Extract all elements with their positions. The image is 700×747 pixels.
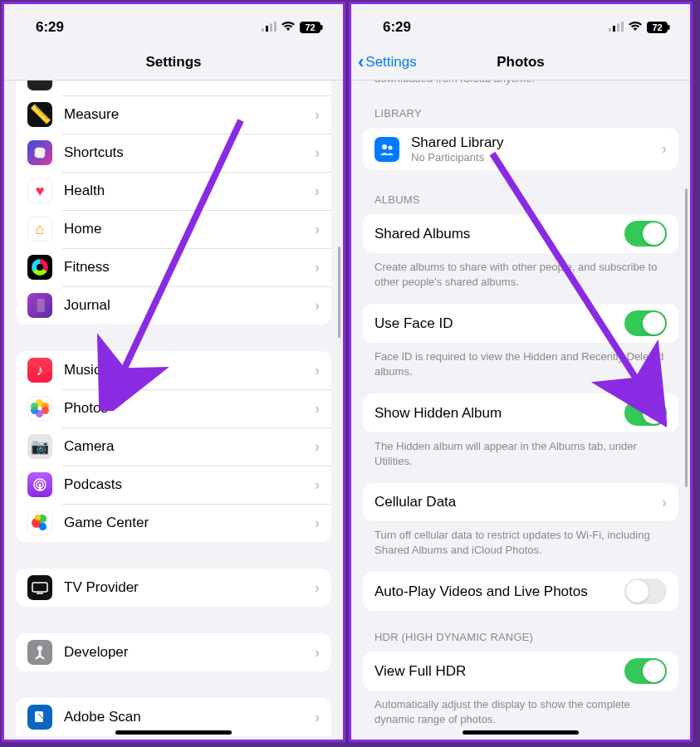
scroll-indicator[interactable]: [338, 247, 340, 338]
row-label: Shared Library: [411, 134, 657, 151]
row-label: Adobe Scan: [64, 709, 310, 725]
svg-rect-18: [35, 711, 43, 722]
row-label: Show Hidden Album: [374, 405, 624, 422]
chevron-right-icon: ›: [315, 144, 320, 162]
settings-row-home[interactable]: ⌂ Home ›: [16, 210, 331, 248]
shortcuts-icon: [27, 140, 52, 165]
chevron-right-icon: ›: [315, 183, 320, 200]
row-shared-albums[interactable]: Shared Albums: [363, 214, 678, 253]
svg-point-26: [382, 144, 387, 149]
group-library: Shared Library No Participants ›: [363, 128, 678, 170]
row-label: Health: [64, 183, 310, 199]
status-bar: 6:29 72: [4, 4, 343, 44]
toggle-autoplay[interactable]: [624, 579, 667, 604]
developer-icon: [27, 640, 52, 665]
settings-row-photos[interactable]: Photos ›: [16, 389, 331, 427]
group-shared-albums: Shared Albums: [363, 214, 678, 253]
svg-rect-17: [39, 651, 42, 657]
row-label: TV Provider: [64, 579, 310, 596]
settings-row-prev[interactable]: [16, 81, 331, 95]
row-label: Photos: [64, 400, 310, 417]
chevron-right-icon: ›: [662, 494, 667, 511]
footer-cellular: Turn off cellular data to restrict updat…: [351, 521, 690, 557]
home-icon: ⌂: [27, 217, 52, 242]
toggle-show-hidden-album[interactable]: [624, 400, 667, 426]
truncated-footer: downloaded from iCloud anytime.: [374, 81, 535, 85]
row-label: Music: [64, 362, 310, 378]
svg-point-16: [37, 646, 42, 651]
settings-row-podcasts[interactable]: Podcasts ›: [16, 466, 331, 504]
photos-settings-list[interactable]: downloaded from iCloud anytime. LIBRARY …: [351, 81, 690, 740]
row-shared-library[interactable]: Shared Library No Participants ›: [363, 128, 678, 170]
row-show-hidden-album[interactable]: Show Hidden Album: [363, 393, 678, 432]
wifi-icon: [628, 19, 643, 36]
page-title: Settings: [145, 54, 201, 71]
row-label: Shared Albums: [374, 226, 624, 242]
row-label: Measure: [64, 106, 310, 123]
svg-rect-14: [32, 583, 47, 592]
footer-face-id: Face ID is required to view the Hidden a…: [351, 343, 690, 378]
row-label: Shortcuts: [64, 144, 310, 161]
chevron-right-icon: ›: [662, 140, 667, 158]
svg-rect-20: [609, 28, 611, 32]
status-right: 72: [609, 19, 670, 36]
row-face-id[interactable]: Use Face ID: [363, 304, 678, 343]
journal-icon: [27, 293, 52, 318]
settings-row-music[interactable]: ♪ Music ›: [16, 351, 331, 389]
settings-row-fitness[interactable]: Fitness ›: [16, 248, 331, 286]
settings-row-shortcuts[interactable]: Shortcuts ›: [16, 134, 331, 172]
chevron-right-icon: ›: [315, 644, 320, 662]
fitness-icon: [27, 255, 52, 280]
tv-provider-icon: [27, 575, 52, 600]
home-indicator[interactable]: [115, 730, 232, 735]
row-label: Cellular Data: [374, 494, 657, 510]
settings-group-tv: TV Provider ›: [16, 569, 331, 607]
game-center-icon: [27, 510, 52, 535]
scroll-indicator[interactable]: [685, 188, 688, 487]
group-cellular: Cellular Data ›: [363, 483, 678, 521]
settings-row-health[interactable]: ♥ Health ›: [16, 172, 331, 210]
svg-rect-5: [321, 25, 323, 30]
svg-rect-21: [613, 26, 615, 32]
row-label: Podcasts: [64, 476, 310, 493]
photos-settings-screen: 6:29 72 ‹ Settings Photos downloaded fro…: [349, 2, 693, 742]
svg-rect-25: [668, 25, 670, 30]
settings-row-developer[interactable]: Developer ›: [16, 633, 331, 671]
footer-hidden: The Hidden album will appear in the Albu…: [351, 432, 690, 468]
settings-group-system-tail: 📏 Measure › Shortcuts › ♥ Health › ⌂ Hom…: [16, 81, 331, 325]
toggle-view-full-hdr[interactable]: [624, 658, 667, 684]
svg-rect-0: [262, 28, 264, 32]
toggle-face-id[interactable]: [624, 310, 667, 336]
home-indicator[interactable]: [463, 730, 579, 735]
chevron-right-icon: ›: [315, 579, 320, 597]
status-time: 6:29: [383, 19, 411, 36]
group-hdr: View Full HDR: [363, 652, 678, 691]
svg-rect-3: [274, 22, 277, 32]
group-autoplay: Auto-Play Videos and Live Photos: [363, 572, 678, 611]
toggle-shared-albums[interactable]: [624, 221, 667, 247]
row-label: Game Center: [64, 515, 310, 531]
row-autoplay[interactable]: Auto-Play Videos and Live Photos: [363, 572, 678, 611]
settings-row-journal[interactable]: Journal ›: [16, 286, 331, 325]
section-header-hdr: HDR (HIGH DYNAMIC RANGE): [351, 611, 690, 648]
settings-row-gamecenter[interactable]: Game Center ›: [16, 504, 331, 542]
status-right: 72: [262, 19, 323, 36]
settings-row-camera[interactable]: 📷 Camera ›: [16, 427, 331, 466]
cellular-signal-icon: [609, 19, 624, 36]
cellular-signal-icon: [262, 19, 277, 36]
nav-bar: ‹ Settings Photos: [351, 44, 690, 81]
row-label: Journal: [64, 297, 310, 314]
wifi-icon: [281, 19, 296, 36]
settings-row-tvprovider[interactable]: TV Provider ›: [16, 569, 331, 607]
shared-library-icon: [374, 137, 399, 162]
settings-row-measure[interactable]: 📏 Measure ›: [16, 95, 331, 134]
settings-list[interactable]: 📏 Measure › Shortcuts › ♥ Health › ⌂ Hom…: [4, 81, 343, 740]
section-header-library: LIBRARY: [351, 92, 690, 124]
back-button[interactable]: ‹ Settings: [358, 53, 417, 71]
row-cellular-data[interactable]: Cellular Data ›: [363, 483, 678, 521]
svg-rect-2: [270, 24, 272, 32]
svg-rect-22: [617, 24, 619, 32]
row-view-full-hdr[interactable]: View Full HDR: [363, 652, 678, 691]
chevron-right-icon: ›: [315, 221, 320, 238]
adobe-scan-icon: [27, 705, 52, 730]
